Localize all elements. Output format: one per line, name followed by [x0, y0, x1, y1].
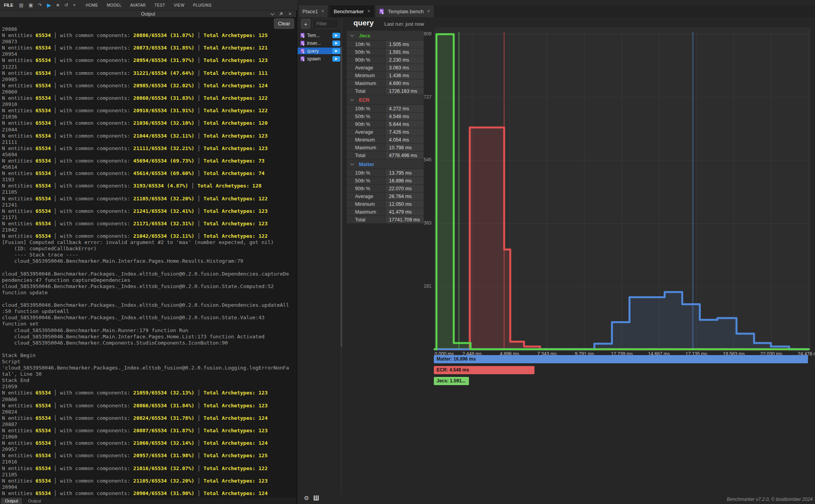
clear-button[interactable]: Clear	[274, 18, 294, 29]
chart-icon[interactable]	[314, 495, 319, 500]
legend-label: Matter: 16.896 ms	[434, 355, 476, 363]
console-lines: 20886N entities 65534 │ with common comp…	[2, 26, 296, 497]
console-line: N entities 65534 │ with common component…	[2, 32, 296, 39]
console-line: N entities 65534 │ with common component…	[2, 390, 296, 396]
copy-icon[interactable]: ▣	[28, 3, 33, 7]
popout-icon[interactable]	[279, 12, 283, 16]
stats-value: 12.050 ms	[385, 200, 424, 208]
histogram-chart	[435, 27, 811, 349]
toolbar-icons: ▤▣↷▶■↺▾	[19, 2, 75, 8]
console-line: 20910	[2, 101, 296, 108]
legend-label: ECR: 4.548 ms	[434, 366, 469, 374]
console-line: tal', Line 30	[2, 371, 296, 377]
y-axis-tick-label: 727	[406, 94, 431, 100]
run-benchmark-button[interactable]: ▶	[332, 48, 340, 54]
play-icon[interactable]: ▶	[47, 2, 51, 8]
stats-row: Minimum1.436 ms	[347, 72, 424, 79]
dock-tab-output[interactable]: Output	[24, 498, 45, 504]
console-line: N entities 65534 │ with common component…	[2, 158, 296, 164]
menu-view[interactable]: VIEW	[174, 3, 185, 7]
console-line: N entities 65534 │ with common component…	[2, 233, 296, 239]
add-benchmark-button[interactable]: +	[301, 19, 311, 29]
console-line: 3193	[2, 177, 296, 183]
stats-row: 50th %16.896 ms	[347, 177, 424, 184]
benchmark-item-Tem[interactable]: Tem...▶	[298, 32, 341, 39]
menu-home[interactable]: HOME	[86, 3, 98, 7]
y-axis-tick-label: 363	[406, 220, 431, 226]
run-benchmark-button[interactable]: ▶	[332, 41, 340, 46]
list-scrollbar-thumb[interactable]	[341, 47, 342, 347]
console-line: cloud_5853950046.Benchmarker.Packages._I…	[2, 302, 296, 308]
console-line: 21036	[2, 114, 296, 120]
console-line: 20860	[2, 89, 296, 95]
chevron-down-icon[interactable]	[271, 11, 275, 15]
stats-row: Minimum12.050 ms	[347, 200, 424, 208]
output-window-icons: ×	[271, 11, 291, 17]
panel-splitter[interactable]	[296, 11, 297, 504]
tab-place1[interactable]: Place1×	[299, 5, 328, 17]
console-line: 20873	[2, 39, 296, 45]
stats-row: Maximum41.479 ms	[347, 208, 424, 216]
benchmark-item-label: inser...	[307, 41, 330, 46]
menu-test[interactable]: TEST	[154, 3, 165, 7]
tab-benchmarker[interactable]: Benchmarker×	[330, 5, 374, 17]
console-line: 21105	[2, 189, 296, 195]
menu-plugins[interactable]: PLUGINS	[193, 3, 211, 7]
console-line: 31221	[2, 64, 296, 70]
footer-credit: Benchmarker v7.2.0, © boatbomber 2024	[727, 497, 813, 502]
console-line	[2, 296, 296, 302]
tab-close-icon[interactable]: ×	[368, 9, 370, 14]
toolbar: FILE ▤▣↷▶■↺▾ HOMEMODELAVATARTESTVIEWPLUG…	[0, 0, 297, 11]
stats-row: Total1726.163 ms	[347, 87, 424, 95]
tab-close-icon[interactable]: ×	[427, 9, 430, 14]
stats-section-name: Jecs	[359, 33, 370, 39]
stop-icon[interactable]: ■	[56, 3, 59, 7]
console-line: 45694	[2, 152, 296, 158]
benchmarker-app: FILE ▤▣↷▶■↺▾ HOMEMODELAVATARTESTVIEWPLUG…	[0, 0, 815, 504]
console-line: N entities 65534 │ with common component…	[2, 120, 296, 126]
dock-tab-output[interactable]: Output	[1, 498, 22, 504]
run-benchmark-button[interactable]: ▶	[332, 33, 340, 38]
stats-label: 10th %	[347, 41, 385, 48]
redo-icon[interactable]: ↷	[38, 3, 42, 7]
console-line: N entities 65534 │ with common component…	[2, 196, 296, 202]
filter-input[interactable]	[313, 19, 339, 29]
file-menu[interactable]: FILE	[4, 3, 13, 7]
stats-row: Maximum4.690 ms	[347, 80, 424, 87]
console-line: N entities 65534 │ with common component…	[2, 465, 296, 472]
stats-label: Minimum	[347, 136, 385, 143]
stats-value: 2.230 ms	[385, 56, 424, 64]
plugin-footer-icons: ⚙	[304, 495, 319, 501]
dropdown-icon[interactable]: ▾	[73, 3, 75, 7]
page-title: query	[353, 19, 374, 27]
gear-icon[interactable]: ⚙	[304, 495, 309, 501]
stats-value: 22.070 ms	[385, 185, 424, 192]
console-line: 20824	[2, 409, 296, 415]
menu-model[interactable]: MODEL	[107, 3, 122, 7]
menu-avatar[interactable]: AVATAR	[130, 3, 146, 7]
console-line: N entities 65534 │ with common component…	[2, 221, 296, 227]
console-line: Script	[2, 359, 296, 365]
stats-row: 10th %13.795 ms	[347, 169, 424, 177]
stats-label: Average	[347, 64, 385, 71]
close-icon[interactable]: ×	[288, 11, 291, 16]
run-benchmark-button[interactable]: ▶	[332, 56, 340, 62]
stats-row: 90th %22.070 ms	[347, 185, 424, 192]
console[interactable]: 20886N entities 65534 │ with common comp…	[0, 17, 296, 498]
undo-icon[interactable]: ↺	[64, 3, 68, 7]
stats-row: Maximum10.798 ms	[347, 144, 424, 151]
clipboard-icon[interactable]: ▤	[19, 3, 23, 7]
benchmark-item-spawn[interactable]: spawn▶	[298, 55, 341, 62]
tab-template-bench[interactable]: Template.bench×	[375, 5, 434, 17]
last-run-status: Last run: just now	[384, 21, 424, 27]
benchmark-item-query[interactable]: query▶	[298, 48, 341, 54]
tab-close-icon[interactable]: ×	[321, 9, 324, 14]
stats-label: Total	[347, 216, 385, 223]
console-line: N entities 65534 │ with common component…	[2, 415, 296, 421]
console-line: 20887	[2, 421, 296, 428]
doc-tabbar: Place1×Benchmarker×Template.bench×	[297, 5, 815, 17]
y-axis-tick-label: 545	[406, 157, 431, 163]
script-icon	[300, 56, 305, 62]
benchmark-item-inser[interactable]: inser...▶	[298, 40, 341, 46]
console-line: 21241	[2, 202, 296, 208]
